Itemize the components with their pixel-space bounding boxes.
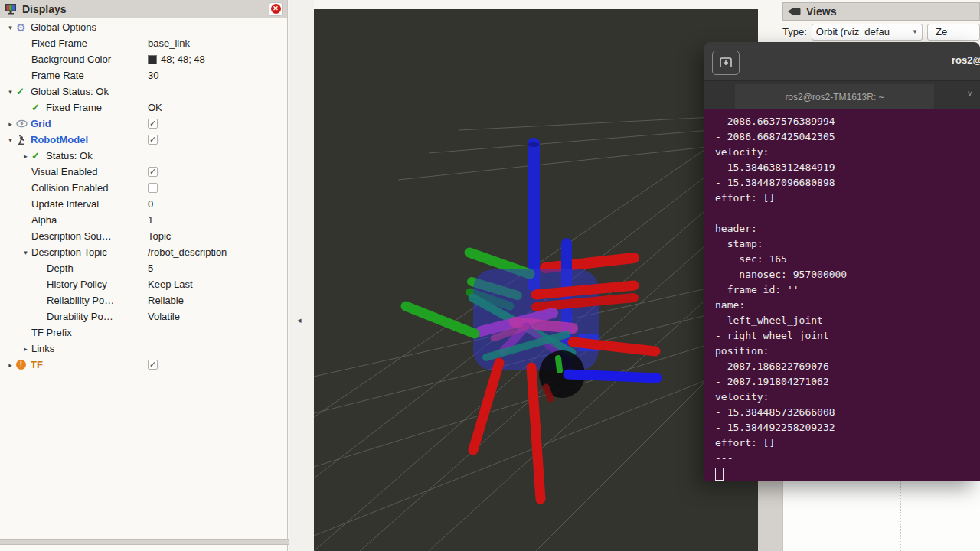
row-value-cell[interactable]: Reliable xyxy=(148,292,184,308)
displays-panel-header[interactable]: Displays ✕ xyxy=(0,0,287,18)
terminal-tab[interactable]: ros2@ros2-TM1613R: ~ xyxy=(735,84,934,110)
terminal-line: --- xyxy=(715,206,980,221)
check-icon: ✓ xyxy=(16,86,31,97)
display-row-background-color[interactable]: Background Color48; 48; 48 xyxy=(0,51,288,67)
views-column-divider xyxy=(900,481,901,551)
views-panel-header[interactable]: Views xyxy=(782,2,980,21)
row-value-cell[interactable]: 48; 48; 48 xyxy=(148,51,205,67)
checkbox-checked[interactable]: ✓ xyxy=(148,360,158,370)
terminal-line: frame_id: '' xyxy=(715,282,980,298)
terminal-line: velocity: xyxy=(715,390,980,405)
row-label: Global Options xyxy=(31,21,96,33)
row-label: Frame Rate xyxy=(31,70,84,81)
gear-icon: ⚙ xyxy=(16,21,31,34)
display-row-global-status-ok[interactable]: ▾✓Global Status: Ok xyxy=(0,83,288,99)
checkbox-checked[interactable]: ✓ xyxy=(148,167,158,177)
display-row-update-interval[interactable]: Update Interval0 xyxy=(0,196,288,212)
terminal-line: - 15.384492258209232 xyxy=(715,420,980,435)
close-displays-button[interactable]: ✕ xyxy=(269,2,283,16)
row-value-cell[interactable]: Topic xyxy=(148,228,171,244)
display-row-status-ok[interactable]: ▸✓Status: Ok xyxy=(0,148,288,164)
terminal-line: - left_wheel_joint xyxy=(715,313,980,328)
row-label: Reliability Po… xyxy=(47,295,114,306)
views-scrollbar-strip[interactable] xyxy=(758,481,782,551)
row-value-cell[interactable]: Keep Last xyxy=(148,276,193,292)
terminal-titlebar[interactable]: ros2@ xyxy=(704,42,980,80)
row-label: TF Prefix xyxy=(31,327,72,338)
display-row-tf[interactable]: ▸!TF✓ xyxy=(0,357,288,373)
display-row-frame-rate[interactable]: Frame Rate30 xyxy=(0,67,288,83)
row-value-cell[interactable]: base_link xyxy=(148,35,190,51)
display-row-links[interactable]: ▸Links xyxy=(0,341,288,357)
row-value-cell[interactable]: /robot_description xyxy=(148,244,227,260)
property-column-divider[interactable] xyxy=(145,19,145,539)
row-value-cell[interactable] xyxy=(148,180,158,196)
view-type-dropdown[interactable]: Orbit (rviz_defau ▼ xyxy=(812,24,923,41)
bottom-splitter[interactable] xyxy=(0,539,314,545)
row-label: Durability Po… xyxy=(47,311,113,322)
display-row-grid[interactable]: ▸Grid✓ xyxy=(0,116,288,132)
checkbox-checked[interactable]: ✓ xyxy=(148,135,158,145)
row-label: Fixed Frame xyxy=(31,37,87,49)
new-tab-button[interactable] xyxy=(712,51,740,75)
row-value: 0 xyxy=(148,198,153,210)
tab-list-chevron-icon[interactable]: ˅ xyxy=(968,89,972,98)
display-row-robotmodel[interactable]: ▾RobotModel✓ xyxy=(0,132,288,148)
row-label: RobotModel xyxy=(31,134,88,145)
expander-down-icon[interactable]: ▾ xyxy=(20,249,31,256)
display-row-durability-po[interactable]: Durability Po…Volatile xyxy=(0,308,288,324)
expander-down-icon[interactable]: ▾ xyxy=(5,136,16,144)
row-value-cell[interactable]: 30 xyxy=(148,67,158,83)
row-value-cell[interactable]: ✓ xyxy=(148,132,158,148)
view-type-label: Type: xyxy=(782,26,807,37)
row-value-cell[interactable]: 5 xyxy=(148,260,153,276)
expander-down-icon[interactable]: ▾ xyxy=(5,24,16,31)
terminal-window[interactable]: ros2@ ros2@ros2-TM1613R: ~ ˅ - 2086.6637… xyxy=(704,42,980,481)
expander-right-icon[interactable]: ▸ xyxy=(20,345,31,353)
row-value-cell[interactable]: Volatile xyxy=(148,308,180,324)
row-label: Collision Enabled xyxy=(31,182,108,194)
display-row-description-sou[interactable]: Description Sou…Topic xyxy=(0,228,288,244)
display-row-description-topic[interactable]: ▾Description Topic/robot_description xyxy=(0,244,288,260)
display-row-fixed-frame[interactable]: Fixed Framebase_link xyxy=(0,35,288,51)
display-row-reliability-po[interactable]: Reliability Po…Reliable xyxy=(0,292,288,308)
display-row-global-options[interactable]: ▾⚙Global Options xyxy=(0,19,288,35)
expander-down-icon[interactable]: ▾ xyxy=(5,88,16,96)
expander-right-icon[interactable]: ▸ xyxy=(5,361,16,369)
row-value-cell[interactable]: ✓ xyxy=(148,357,158,373)
terminal-line: - 2087.191804271062 xyxy=(715,374,980,390)
terminal-output[interactable]: - 2086.6637576389994- 2086.6687425042305… xyxy=(704,109,980,481)
expander-right-icon[interactable]: ▸ xyxy=(20,152,31,160)
display-row-fixed-frame[interactable]: ✓Fixed FrameOK xyxy=(0,99,288,116)
displays-tree: ▾⚙Global OptionsFixed Framebase_linkBack… xyxy=(0,19,288,373)
display-row-depth[interactable]: Depth5 xyxy=(0,260,288,276)
expander-right-icon[interactable]: ▸ xyxy=(5,120,16,128)
checkbox-unchecked[interactable] xyxy=(148,183,158,193)
display-row-history-policy[interactable]: History PolicyKeep Last xyxy=(0,276,288,292)
terminal-lines: - 2086.6637576389994- 2086.6687425042305… xyxy=(715,114,980,466)
views-list-area[interactable] xyxy=(782,481,980,551)
new-tab-icon xyxy=(718,57,733,69)
3d-viewport[interactable] xyxy=(314,9,758,551)
row-value-cell[interactable]: OK xyxy=(148,99,162,116)
row-value-cell[interactable]: 1 xyxy=(148,212,153,228)
zero-button[interactable]: Ze xyxy=(927,24,980,41)
display-row-alpha[interactable]: Alpha1 xyxy=(0,212,288,228)
row-label: Visual Enabled xyxy=(31,166,98,178)
display-row-visual-enabled[interactable]: Visual Enabled✓ xyxy=(0,164,288,180)
displays-panel-title: Displays xyxy=(22,3,67,15)
row-value-cell[interactable]: 0 xyxy=(148,196,153,212)
panel-splitter-gap xyxy=(289,0,314,551)
checkbox-checked[interactable]: ✓ xyxy=(148,119,158,129)
terminal-line: - 2086.6637576389994 xyxy=(715,114,980,129)
row-label: Fixed Frame xyxy=(46,102,102,113)
display-row-collision-enabled[interactable]: Collision Enabled xyxy=(0,180,288,196)
row-value-cell[interactable]: ✓ xyxy=(148,116,158,132)
splitter-collapse-handle[interactable]: ◂ xyxy=(297,315,306,328)
row-value: 48; 48; 48 xyxy=(161,54,205,65)
row-value: Reliable xyxy=(148,295,184,306)
row-value: Volatile xyxy=(148,311,180,322)
display-row-tf-prefix[interactable]: TF Prefix xyxy=(0,324,288,341)
row-value: Topic xyxy=(148,230,171,242)
row-value-cell[interactable]: ✓ xyxy=(148,164,158,180)
